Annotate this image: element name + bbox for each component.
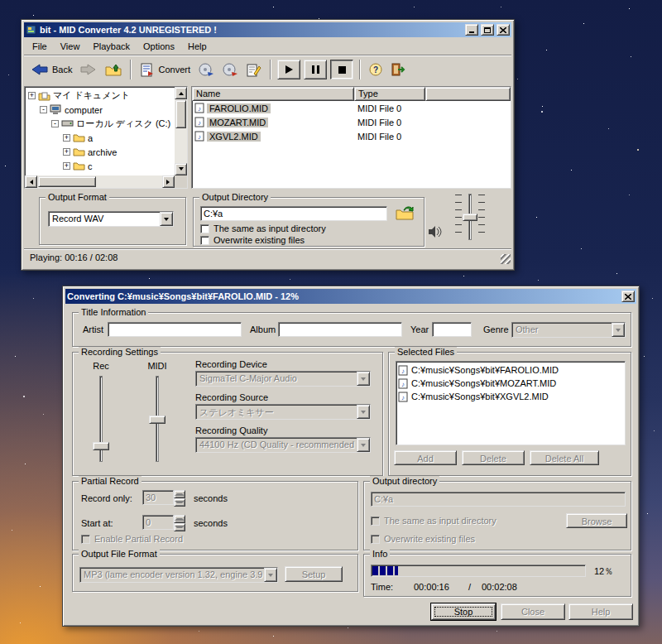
artist-input[interactable] <box>108 322 242 337</box>
tree-item-my-documents[interactable]: + マイ ドキュメント <box>25 89 175 103</box>
tree-expander[interactable]: + <box>63 134 70 142</box>
time-separator: / <box>468 582 471 592</box>
forward-button[interactable] <box>77 61 100 78</box>
tree-vertical-scrollbar[interactable] <box>175 87 187 175</box>
tree-expander[interactable]: - <box>40 106 47 113</box>
pause-button[interactable] <box>304 60 327 79</box>
column-header-type[interactable]: Type <box>354 87 425 101</box>
close-button[interactable] <box>496 24 510 36</box>
chevron-down-icon <box>361 444 366 449</box>
help-button[interactable]: ? <box>366 61 386 78</box>
selected-file-item[interactable]: ♪ C:¥music¥Songs¥bit¥FAROLIO.MID <box>398 363 623 377</box>
file-name: FAROLIO.MID <box>207 103 271 113</box>
menu-view[interactable]: View <box>54 39 87 54</box>
volume-slider-thumb[interactable] <box>463 214 477 221</box>
seconds-label: seconds <box>194 518 228 528</box>
record-only-label: Record only: <box>81 493 132 503</box>
scroll-up-button[interactable] <box>175 87 187 99</box>
tree-expander[interactable]: + <box>63 148 70 156</box>
file-row[interactable]: ♪ FAROLIO.MID MIDI File 0 <box>192 101 511 115</box>
info-legend: Info <box>370 549 390 560</box>
artist-label: Artist <box>83 324 103 334</box>
dialog-titlebar[interactable]: Converting C:¥music¥Songs¥bit¥FAROLIO.MI… <box>65 289 636 304</box>
time-total: 00:02:08 <box>482 582 517 592</box>
scrollbar-thumb[interactable] <box>38 176 96 187</box>
tree-expander[interactable]: + <box>28 92 36 99</box>
genre-value: Other <box>512 323 612 337</box>
recording-settings-legend: Recording Settings <box>79 347 161 358</box>
scroll-left-button[interactable] <box>25 175 37 188</box>
minimize-button[interactable] <box>465 24 478 36</box>
exit-button[interactable] <box>387 61 409 78</box>
midi-volume-slider[interactable] <box>148 376 166 462</box>
svg-text:♪: ♪ <box>198 105 201 113</box>
resize-grip[interactable] <box>501 254 511 264</box>
overwrite-checkbox[interactable] <box>200 236 209 245</box>
scroll-down-button[interactable] <box>175 163 187 175</box>
recording-device-value: SigmaTel C-Major Audio <box>196 372 357 386</box>
same-as-input-checkbox <box>371 517 380 526</box>
output-directory-input[interactable]: C:¥a <box>200 206 387 221</box>
dropdown-button <box>612 323 625 337</box>
stop-convert-button[interactable]: Stop <box>431 603 496 620</box>
menu-playback[interactable]: Playback <box>86 39 137 54</box>
maximize-button[interactable] <box>481 24 494 36</box>
dialog-close-button[interactable] <box>621 291 635 302</box>
menu-options[interactable]: Options <box>137 39 181 54</box>
menu-bar: File View Playback Options Help <box>24 37 511 55</box>
back-button[interactable]: Back <box>27 61 75 78</box>
recording-source-combo: ステレオミキサー <box>195 404 371 420</box>
output-format-combo[interactable]: Record WAV <box>48 211 174 227</box>
tree-item-folder-archive[interactable]: + archive <box>25 145 175 159</box>
dropdown-button[interactable] <box>160 212 173 226</box>
selected-file-item[interactable]: ♪ C:¥music¥Songs¥bit¥XGVL2.MID <box>398 390 623 403</box>
main-titlebar[interactable]: bit - MID Converter 4.2 UNREGISTERED ! <box>24 22 511 37</box>
tag-editor-button[interactable] <box>243 61 265 79</box>
menu-file[interactable]: File <box>26 39 54 54</box>
tree-expander[interactable]: - <box>51 120 59 127</box>
browse-folder-button[interactable] <box>392 204 417 222</box>
tree-horizontal-scrollbar[interactable] <box>25 175 175 188</box>
scroll-right-button[interactable] <box>162 175 175 188</box>
forward-arrow-icon <box>80 63 97 76</box>
play-button[interactable] <box>277 60 300 79</box>
tree-expander[interactable]: + <box>63 162 70 170</box>
time-label: Time: <box>371 582 393 592</box>
up-directory-button[interactable] <box>102 61 125 78</box>
rec-slider-thumb[interactable] <box>93 442 109 450</box>
convert-button[interactable]: Convert <box>137 61 194 79</box>
tree-item-folder-c[interactable]: + c <box>25 159 175 173</box>
overwrite-checkbox <box>371 535 380 544</box>
selected-files-list[interactable]: ♪ C:¥music¥Songs¥bit¥FAROLIO.MID ♪ C:¥mu… <box>396 361 626 445</box>
file-type: MIDI File 0 <box>354 132 401 142</box>
close-icon <box>500 27 506 33</box>
dropdown-button <box>357 405 370 419</box>
tree-item-folder-a[interactable]: + a <box>25 131 175 145</box>
rec-volume-slider[interactable] <box>92 376 110 462</box>
slider-ticks <box>478 195 485 239</box>
menu-help[interactable]: Help <box>181 39 213 54</box>
browse-button: Browse <box>566 513 627 528</box>
convert-to-mp3-button[interactable] <box>219 61 242 79</box>
tree-item-computer[interactable]: - computer <box>25 103 175 117</box>
recording-quality-label: Recording Quality <box>195 425 267 435</box>
column-header-name[interactable]: Name <box>192 87 354 101</box>
output-format-legend: Output Format <box>46 192 109 203</box>
output-directory-group: Output Directory C:¥a The same as input … <box>193 197 425 247</box>
midi-slider-thumb[interactable] <box>149 416 166 424</box>
album-input[interactable] <box>278 322 402 337</box>
progress-percent: 12％ <box>594 565 613 578</box>
tree-item-local-disk-c[interactable]: - ローカル ディスク (C:) <box>25 117 175 131</box>
dialog-title: Converting C:¥music¥Songs¥bit¥FAROLIO.MI… <box>67 291 619 301</box>
volume-slider[interactable] <box>452 192 488 243</box>
output-file-format-value: MP3 (lame encoder version 1.32, engine 3… <box>80 568 264 582</box>
file-row[interactable]: ♪ MOZART.MID MIDI File 0 <box>192 115 511 129</box>
year-input[interactable] <box>432 322 472 337</box>
file-row[interactable]: ♪ XGVL2.MID MIDI File 0 <box>192 129 511 143</box>
same-as-input-checkbox[interactable] <box>200 224 209 233</box>
scrollbar-thumb[interactable] <box>175 100 186 128</box>
convert-to-wav-button[interactable] <box>195 61 218 79</box>
stop-button[interactable] <box>330 60 353 79</box>
year-label: Year <box>410 324 429 334</box>
selected-file-item[interactable]: ♪ C:¥music¥Songs¥bit¥MOZART.MID <box>398 377 623 390</box>
